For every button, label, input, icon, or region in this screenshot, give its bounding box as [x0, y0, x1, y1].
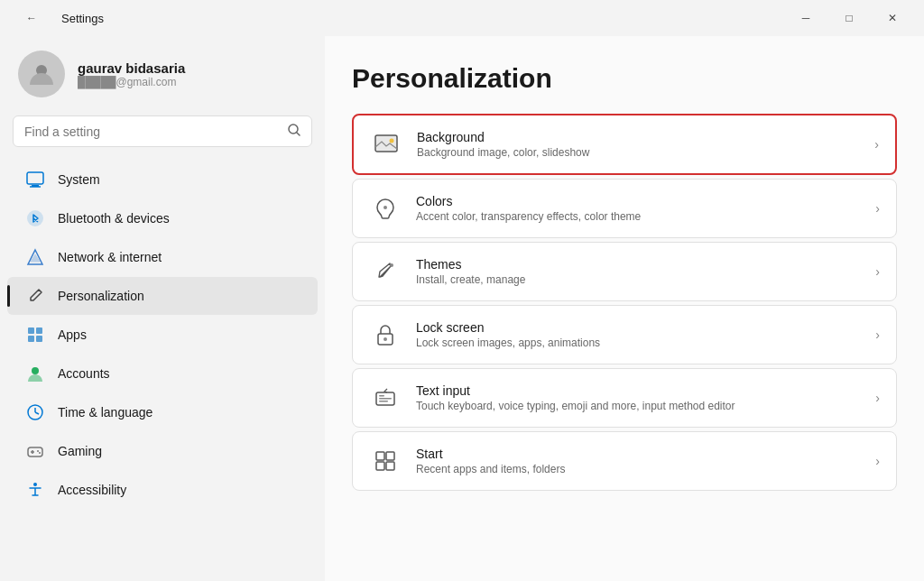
user-info: gaurav bidasaria █████@gmail.com: [78, 60, 185, 88]
svg-rect-9: [28, 327, 34, 334]
sidebar-label-gaming: Gaming: [58, 444, 102, 458]
svg-line-2: [297, 133, 300, 135]
bluetooth-icon: [25, 208, 45, 228]
background-desc: Background image, color, slideshow: [417, 146, 860, 159]
themes-name: Themes: [416, 257, 861, 272]
lockscreen-icon: [369, 318, 402, 351]
search-input[interactable]: [24, 124, 281, 139]
apps-icon: [25, 325, 45, 345]
avatar: [18, 51, 65, 97]
user-email: █████@gmail.com: [78, 76, 185, 88]
titlebar: ← Settings ─ □ ✕: [0, 0, 924, 36]
themes-desc: Install, create, manage: [416, 273, 861, 286]
sidebar-item-system[interactable]: System: [7, 161, 318, 198]
svg-point-24: [390, 139, 394, 143]
system-icon: [25, 170, 45, 189]
svg-rect-30: [379, 395, 384, 397]
sidebar-label-personalization: Personalization: [58, 289, 144, 303]
network-icon: [25, 247, 45, 267]
app-body: gaurav bidasaria █████@gmail.com: [0, 36, 924, 581]
background-icon: [370, 128, 402, 161]
sidebar-label-system: System: [58, 172, 100, 187]
sidebar-item-network[interactable]: Network & internet: [7, 238, 318, 276]
sidebar-item-apps[interactable]: Apps: [7, 316, 318, 354]
colors-icon: [369, 192, 402, 225]
lockscreen-desc: Lock screen images, apps, animations: [416, 337, 861, 349]
titlebar-left: ← Settings: [11, 4, 104, 32]
svg-rect-34: [386, 452, 394, 460]
svg-point-28: [383, 337, 387, 341]
settings-item-start[interactable]: Start Recent apps and items, folders ›: [352, 431, 897, 491]
user-profile[interactable]: gaurav bidasaria █████@gmail.com: [0, 36, 325, 115]
sidebar-item-personalization[interactable]: Personalization: [7, 277, 318, 315]
sidebar-item-time[interactable]: Time & language: [7, 393, 318, 431]
start-icon: [369, 445, 402, 477]
maximize-button[interactable]: □: [828, 4, 870, 32]
svg-point-20: [37, 450, 39, 452]
time-icon: [25, 402, 45, 422]
sidebar: gaurav bidasaria █████@gmail.com: [0, 36, 325, 581]
settings-item-lockscreen[interactable]: Lock screen Lock screen images, apps, an…: [352, 305, 897, 364]
textinput-name: Text input: [416, 383, 861, 398]
svg-rect-31: [379, 398, 392, 400]
start-chevron: ›: [875, 454, 880, 468]
lockscreen-name: Lock screen: [416, 320, 861, 335]
svg-point-26: [390, 263, 393, 267]
search-box[interactable]: [13, 115, 312, 147]
settings-item-colors[interactable]: Colors Accent color, transparency effect…: [352, 179, 897, 238]
search-icon: [288, 124, 300, 139]
svg-point-6: [27, 210, 43, 226]
textinput-chevron: ›: [875, 391, 880, 405]
themes-text: Themes Install, create, manage: [416, 257, 861, 286]
themes-icon: [369, 255, 402, 288]
colors-chevron: ›: [875, 201, 880, 216]
background-name: Background: [417, 130, 860, 144]
sidebar-label-apps: Apps: [58, 327, 87, 342]
svg-point-25: [383, 206, 387, 209]
window-controls: ─ □ ✕: [785, 4, 913, 32]
close-button[interactable]: ✕: [872, 4, 913, 32]
settings-item-background[interactable]: Background Background image, color, slid…: [352, 114, 897, 175]
user-name: gaurav bidasaria: [78, 60, 185, 76]
settings-item-textinput[interactable]: Text input Touch keyboard, voice typing,…: [352, 368, 897, 428]
textinput-desc: Touch keyboard, voice typing, emoji and …: [416, 400, 861, 412]
personalization-icon: [25, 286, 45, 306]
app-title: Settings: [61, 12, 104, 25]
textinput-icon: [369, 382, 402, 414]
background-chevron: ›: [874, 137, 879, 152]
svg-point-13: [32, 367, 39, 374]
svg-rect-32: [379, 401, 388, 402]
settings-item-themes[interactable]: Themes Install, create, manage ›: [352, 242, 897, 301]
svg-rect-36: [386, 462, 394, 470]
svg-rect-3: [27, 172, 43, 184]
svg-rect-33: [376, 452, 384, 460]
svg-rect-10: [36, 327, 42, 334]
page-title: Personalization: [352, 63, 897, 94]
lockscreen-chevron: ›: [875, 327, 880, 342]
content-area: Personalization Background Background im…: [325, 36, 924, 581]
svg-point-22: [33, 483, 37, 486]
colors-desc: Accent color, transparency effects, colo…: [416, 210, 861, 223]
accounts-icon: [25, 364, 45, 383]
sidebar-item-bluetooth[interactable]: Bluetooth & devices: [7, 199, 318, 237]
minimize-button[interactable]: ─: [785, 4, 827, 32]
colors-name: Colors: [416, 194, 861, 208]
svg-line-16: [35, 412, 39, 414]
sidebar-item-accessibility[interactable]: Accessibility: [7, 471, 318, 509]
themes-chevron: ›: [875, 264, 880, 279]
svg-rect-23: [375, 135, 397, 152]
back-button[interactable]: ←: [11, 4, 52, 32]
lockscreen-text: Lock screen Lock screen images, apps, an…: [416, 320, 861, 349]
nav-menu: System Bluetooth & devices: [0, 160, 325, 581]
settings-list: Background Background image, color, slid…: [352, 114, 897, 491]
sidebar-label-network: Network & internet: [58, 250, 162, 264]
sidebar-label-time: Time & language: [58, 405, 152, 420]
sidebar-label-accounts: Accounts: [58, 366, 110, 381]
start-name: Start: [416, 447, 861, 461]
sidebar-item-gaming[interactable]: Gaming: [7, 432, 318, 470]
sidebar-label-accessibility: Accessibility: [58, 483, 126, 497]
sidebar-label-bluetooth: Bluetooth & devices: [58, 211, 170, 226]
start-desc: Recent apps and items, folders: [416, 463, 861, 475]
sidebar-item-accounts[interactable]: Accounts: [7, 355, 318, 392]
svg-rect-17: [28, 447, 42, 456]
